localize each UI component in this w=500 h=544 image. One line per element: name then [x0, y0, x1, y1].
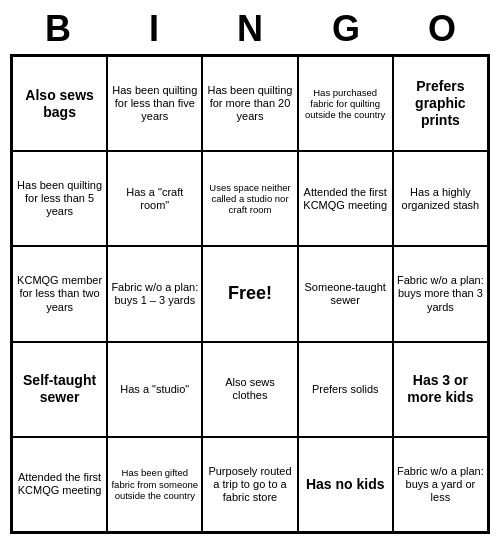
bingo-letter-i: I — [110, 8, 198, 50]
bingo-cell-14[interactable]: Fabric w/o a plan: buys more than 3 yard… — [393, 246, 488, 341]
bingo-cell-20[interactable]: Attended the first KCMQG meeting — [12, 437, 107, 532]
bingo-cell-5[interactable]: Has been quilting for less than 5 years — [12, 151, 107, 246]
bingo-cell-16[interactable]: Has a "studio" — [107, 342, 202, 437]
bingo-letter-b: B — [14, 8, 102, 50]
bingo-cell-2[interactable]: Has been quilting for more than 20 years — [202, 56, 297, 151]
bingo-cell-21[interactable]: Has been gifted fabric from someone outs… — [107, 437, 202, 532]
bingo-cell-10[interactable]: KCMQG member for less than two years — [12, 246, 107, 341]
bingo-letter-n: N — [206, 8, 294, 50]
bingo-cell-19[interactable]: Has 3 or more kids — [393, 342, 488, 437]
bingo-cell-4[interactable]: Prefers graphic prints — [393, 56, 488, 151]
bingo-cell-22[interactable]: Purposely routed a trip to go to a fabri… — [202, 437, 297, 532]
bingo-cell-8[interactable]: Attended the first KCMQG meeting — [298, 151, 393, 246]
bingo-cell-18[interactable]: Prefers solids — [298, 342, 393, 437]
bingo-cell-1[interactable]: Has been quilting for less than five yea… — [107, 56, 202, 151]
bingo-cell-11[interactable]: Fabric w/o a plan: buys 1 – 3 yards — [107, 246, 202, 341]
bingo-cell-15[interactable]: Self-taught sewer — [12, 342, 107, 437]
bingo-cell-23[interactable]: Has no kids — [298, 437, 393, 532]
bingo-cell-9[interactable]: Has a highly organized stash — [393, 151, 488, 246]
bingo-cell-0[interactable]: Also sews bags — [12, 56, 107, 151]
bingo-cell-3[interactable]: Has purchased fabric for quilting outsid… — [298, 56, 393, 151]
bingo-cell-12[interactable]: Free! — [202, 246, 297, 341]
bingo-letter-o: O — [398, 8, 486, 50]
bingo-header: BINGO — [10, 0, 490, 54]
bingo-cell-17[interactable]: Also sews clothes — [202, 342, 297, 437]
bingo-cell-24[interactable]: Fabric w/o a plan: buys a yard or less — [393, 437, 488, 532]
bingo-grid: Also sews bagsHas been quilting for less… — [10, 54, 490, 534]
bingo-cell-7[interactable]: Uses space neither called a studio nor c… — [202, 151, 297, 246]
bingo-cell-6[interactable]: Has a "craft room" — [107, 151, 202, 246]
bingo-letter-g: G — [302, 8, 390, 50]
bingo-cell-13[interactable]: Someone-taught sewer — [298, 246, 393, 341]
